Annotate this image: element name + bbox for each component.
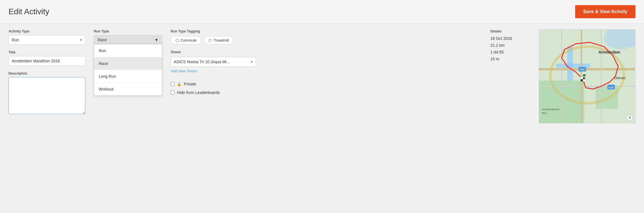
left-form-column: Activity Type Run Ride Swim Walk Hike ▼ … (9, 29, 85, 123)
run-type-chevron-icon: ▼ (154, 38, 158, 42)
detail-distance: 21.2 km (490, 43, 536, 48)
detail-elevation: 15 m (490, 57, 536, 61)
title-label: Title (9, 50, 85, 54)
svg-point-17 (582, 73, 586, 77)
commute-radio-icon (176, 39, 179, 42)
shoes-label: Shoes (171, 50, 485, 54)
title-input[interactable] (9, 56, 85, 66)
hide-leaderboards-checkbox[interactable] (171, 91, 175, 95)
svg-text:Amsterdamse: Amsterdamse (542, 108, 560, 111)
privacy-options: 🔓 Private Hide from Leaderboards (171, 82, 485, 97)
svg-text:A10: A10 (579, 68, 585, 71)
svg-text:Diemen: Diemen (614, 76, 626, 80)
svg-rect-15 (581, 77, 583, 79)
map-info-button[interactable]: ℹ (627, 114, 633, 121)
page-title: Edit Activity (9, 7, 49, 16)
treadmill-radio-icon (209, 39, 212, 42)
hide-leaderboards-checkbox-row: Hide from Leaderboards (171, 90, 485, 95)
commute-tag-button[interactable]: Commute (171, 36, 201, 44)
details-label: Details (490, 29, 536, 33)
description-field: Description (9, 71, 85, 114)
tagging-buttons-group: Commute Treadmill (171, 36, 485, 44)
private-label: Private (184, 82, 196, 86)
details-column: Details 16 Oct 2016 21.2 km 1:44:55 15 m (490, 29, 536, 123)
activity-type-field: Activity Type Run Ride Swim Walk Hike ▼ (9, 29, 85, 45)
svg-text:Bos: Bos (542, 111, 547, 114)
detail-date: 16 Oct 2016 (490, 36, 536, 41)
run-type-option-run[interactable]: Run (94, 44, 162, 57)
map-container: Amsterdam Diemen Amsterdamse Bos A10 A10… (539, 30, 635, 123)
svg-text:A10: A10 (608, 86, 614, 89)
run-type-dropdown-menu: Run Race Long Run Workout (94, 44, 162, 96)
commute-label: Commute (181, 38, 197, 42)
map-svg: Amsterdam Diemen Amsterdamse Bos A10 A10 (539, 30, 635, 123)
map-column: Amsterdam Diemen Amsterdamse Bos A10 A10… (539, 29, 635, 123)
activity-type-select[interactable]: Run Ride Swim Walk Hike (9, 35, 85, 45)
private-checkbox-row: 🔓 Private (171, 82, 485, 86)
run-type-dropdown-button[interactable]: Race ▼ (94, 35, 162, 45)
lock-icon: 🔓 (177, 82, 181, 86)
run-type-option-race[interactable]: Race (94, 57, 162, 70)
run-type-label: Run Type (94, 29, 162, 33)
title-field: Title (9, 50, 85, 66)
run-type-column: Run Type Race ▼ Run Race Long Run Workou… (94, 29, 162, 123)
run-type-selected-value: Race (98, 38, 107, 42)
svg-rect-16 (583, 79, 585, 81)
detail-time: 1:44:55 (490, 50, 536, 54)
add-new-shoes-link[interactable]: Add New Shoes (171, 69, 485, 73)
right-form-section: Run Type Tagging Commute Treadmill Shoes… (171, 29, 485, 123)
private-checkbox[interactable] (171, 82, 175, 86)
run-type-field: Run Type Race ▼ Run Race Long Run Workou… (94, 29, 162, 45)
run-type-tagging-label: Run Type Tagging (171, 29, 485, 33)
activity-type-label: Activity Type (9, 29, 85, 33)
activity-type-select-wrapper: Run Ride Swim Walk Hike ▼ (9, 35, 85, 45)
run-type-option-workout[interactable]: Workout (94, 83, 162, 95)
description-textarea[interactable] (9, 77, 85, 114)
shoes-section: Shoes ASICS Noosa Tri 10 (Aqua Mi... ▼ A… (171, 50, 485, 73)
page-header: Edit Activity Save & View Activity (0, 0, 644, 24)
treadmill-tag-button[interactable]: Treadmill (204, 36, 234, 44)
shoes-select[interactable]: ASICS Noosa Tri 10 (Aqua Mi... (171, 57, 256, 67)
treadmill-label: Treadmill (214, 38, 229, 42)
run-type-option-long-run[interactable]: Long Run (94, 70, 162, 83)
run-type-tagging-section: Run Type Tagging Commute Treadmill (171, 29, 485, 44)
svg-text:Amsterdam: Amsterdam (598, 50, 620, 54)
save-view-activity-button[interactable]: Save & View Activity (575, 5, 635, 18)
hide-leaderboards-label: Hide from Leaderboards (177, 90, 220, 95)
description-label: Description (9, 71, 85, 75)
shoes-select-wrapper: ASICS Noosa Tri 10 (Aqua Mi... ▼ (171, 57, 256, 67)
main-content: Activity Type Run Ride Swim Walk Hike ▼ … (0, 24, 644, 129)
